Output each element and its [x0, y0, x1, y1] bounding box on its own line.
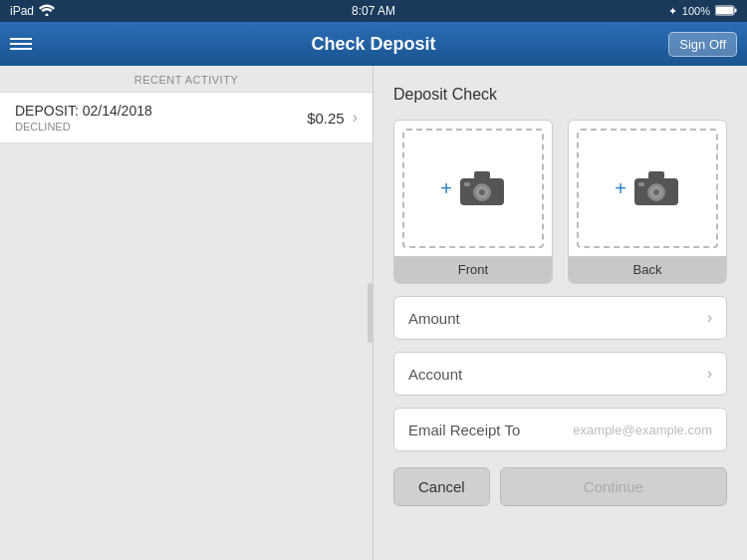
front-label: Front: [394, 256, 552, 283]
back-photo-box[interactable]: + Back: [568, 120, 727, 284]
svg-rect-15: [638, 182, 644, 186]
left-panel: Recent Activity DEPOSIT: 02/14/2018 DECL…: [0, 66, 374, 560]
front-camera-icon: [458, 169, 506, 207]
battery-label: 100%: [682, 5, 710, 17]
status-time: 8:07 AM: [352, 4, 395, 18]
amount-field[interactable]: Amount ›: [393, 296, 727, 340]
scrollbar: [368, 283, 373, 343]
chevron-right-icon: ›: [353, 109, 358, 127]
svg-rect-9: [464, 182, 470, 186]
deposit-date: 02/14/2018: [83, 103, 152, 119]
continue-button: Continue: [500, 467, 727, 506]
back-camera-icon-wrap: +: [615, 169, 680, 207]
account-chevron-icon: ›: [707, 365, 712, 383]
email-field[interactable]: Email Receipt To example@example.com: [393, 408, 727, 451]
svg-point-14: [653, 189, 659, 195]
ipad-label: iPad: [10, 4, 34, 18]
svg-rect-5: [474, 171, 490, 179]
deposit-check-title: Deposit Check: [393, 86, 727, 104]
deposit-right: $0.25 ›: [307, 109, 358, 127]
front-photo-area[interactable]: +: [402, 129, 544, 248]
status-right: ✦ 100%: [668, 5, 737, 18]
right-panel: Deposit Check +: [374, 66, 747, 560]
svg-rect-2: [716, 7, 733, 14]
deposit-info: DEPOSIT: 02/14/2018 DECLINED: [15, 103, 152, 133]
menu-button[interactable]: [10, 38, 32, 50]
back-photo-area[interactable]: +: [577, 129, 718, 248]
status-left: iPad: [10, 4, 55, 19]
main-content: Recent Activity DEPOSIT: 02/14/2018 DECL…: [0, 66, 747, 560]
svg-point-8: [479, 189, 485, 195]
svg-point-0: [46, 13, 49, 16]
deposit-label: DEPOSIT:: [15, 103, 79, 119]
deposit-status: DECLINED: [15, 121, 152, 133]
nav-bar: Check Deposit Sign Off: [0, 22, 747, 66]
page-title: Check Deposit: [311, 34, 435, 55]
status-bar: iPad 8:07 AM ✦ 100%: [0, 0, 747, 22]
svg-rect-3: [735, 8, 737, 12]
front-camera-icon-wrap: +: [440, 169, 506, 207]
account-label: Account: [408, 366, 707, 383]
deposit-amount: $0.25: [307, 110, 345, 127]
wifi-icon: [39, 4, 55, 19]
battery-icon: [715, 5, 737, 18]
back-plus-icon: +: [615, 177, 626, 200]
cancel-button[interactable]: Cancel: [393, 467, 490, 506]
bluetooth-icon: ✦: [668, 5, 677, 18]
svg-rect-11: [648, 171, 664, 179]
front-photo-box[interactable]: + Front: [393, 120, 553, 284]
account-field[interactable]: Account ›: [393, 352, 727, 396]
amount-chevron-icon: ›: [707, 309, 712, 327]
deposit-item[interactable]: DEPOSIT: 02/14/2018 DECLINED $0.25 ›: [0, 92, 373, 143]
back-camera-icon: [632, 169, 680, 207]
recent-activity-header: Recent Activity: [0, 66, 373, 92]
photo-row: + Front: [393, 120, 727, 284]
email-receipt-label: Email Receipt To: [408, 421, 573, 438]
amount-label: Amount: [408, 310, 707, 327]
email-placeholder: example@example.com: [573, 422, 712, 437]
deposit-title: DEPOSIT: 02/14/2018: [15, 103, 152, 119]
button-row: Cancel Continue: [393, 467, 727, 506]
sign-off-button[interactable]: Sign Off: [668, 32, 737, 57]
back-label: Back: [569, 256, 726, 283]
front-plus-icon: +: [440, 177, 452, 200]
